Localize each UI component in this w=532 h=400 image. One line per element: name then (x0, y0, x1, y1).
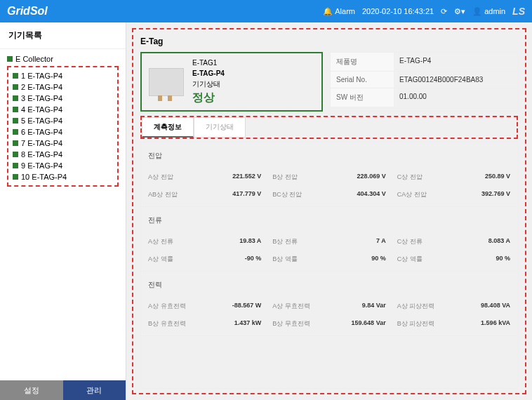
device-state: 정상 (192, 89, 225, 106)
data-cell: A상 역률-90 % (148, 252, 261, 267)
status-icon (13, 152, 18, 157)
meta-table: 제품명 E-TAG-P4 Serial No. ETAG00124B000F24… (330, 52, 518, 112)
alarm-label: Alarm (335, 7, 355, 15)
data-value: 250.89 V (485, 173, 510, 182)
tab-status[interactable]: 기기상태 (194, 117, 246, 138)
tree-item-label: 2 E-TAG-P4 (21, 83, 62, 91)
data-label: C상 전압 (397, 173, 423, 182)
data-cell: B상 역률90 % (272, 252, 385, 267)
data-value: 228.069 V (357, 173, 386, 182)
status-icon (13, 107, 18, 112)
data-value: 404.304 V (357, 190, 386, 199)
bell-icon: 🔔 (323, 7, 333, 16)
tree-item-label: 4 E-TAG-P4 (21, 105, 62, 114)
device-tag: E-TAG1 (192, 58, 225, 68)
meta-product: E-TAG-P4 (394, 53, 517, 71)
data-label: A상 피상전력 (397, 302, 435, 311)
gear-icon[interactable]: ⚙▾ (454, 7, 465, 16)
meta-sw-label: SW 버전 (331, 88, 394, 107)
header: GridSol 🔔 Alarm 2020-02-10 16:43:21 ⟳ ⚙▾… (0, 0, 532, 22)
tree-item[interactable]: 9 E-TAG-P4 (13, 160, 113, 171)
tree-item[interactable]: 5 E-TAG-P4 (13, 115, 113, 126)
data-value: 417.779 V (232, 190, 261, 199)
section-title: 전류 (148, 211, 510, 230)
tree-item-label: 5 E-TAG-P4 (21, 116, 62, 125)
tree-item[interactable]: 3 E-TAG-P4 (13, 93, 113, 104)
data-value: 159.648 Var (352, 319, 386, 328)
tree-item[interactable]: 1 E-TAG-P4 (13, 70, 113, 81)
sidebar-title: 기기목록 (0, 22, 126, 49)
tree-item[interactable]: 7 E-TAG-P4 (13, 138, 113, 149)
sidebar: 기기목록 E Collector 1 E-TAG-P42 E-TAG-P43 E… (0, 22, 126, 400)
data-cell: BC상 전압404.304 V (272, 187, 385, 202)
data-label: C상 전류 (397, 237, 423, 246)
data-label: C상 역률 (397, 255, 423, 264)
data-label: A상 전류 (148, 237, 173, 246)
data-label: B상 전압 (272, 173, 298, 182)
device-image (149, 68, 184, 96)
datetime: 2020-02-10 16:43:21 (362, 7, 434, 15)
tree-item-label: 6 E-TAG-P4 (21, 128, 62, 136)
data-value: 98.408 VA (481, 302, 510, 311)
tree-root[interactable]: E Collector (7, 55, 119, 63)
data-scroll[interactable]: 전압A상 전압221.552 VB상 전압228.069 VC상 전압250.8… (140, 142, 518, 389)
data-value: 7 A (376, 237, 386, 246)
status-icon (13, 73, 18, 79)
tree-item-label: 1 E-TAG-P4 (21, 72, 62, 80)
data-cell: B상 무효전력159.648 Var (272, 316, 385, 331)
status-icon (13, 163, 18, 168)
data-label: A상 전압 (148, 173, 173, 182)
tree-item[interactable]: 6 E-TAG-P4 (13, 126, 113, 138)
tab-settings[interactable]: 설정 (0, 380, 63, 400)
alarm-button[interactable]: 🔔 Alarm (323, 7, 355, 16)
data-section-voltage: 전압A상 전압221.552 VB상 전압228.069 VC상 전압250.8… (141, 142, 517, 207)
user-menu[interactable]: 👤 admin (472, 7, 505, 16)
data-value: -88.567 W (232, 302, 262, 311)
tree-item[interactable]: 8 E-TAG-P4 (13, 149, 113, 160)
section-title: 전력 (148, 276, 510, 295)
data-cell: B상 전류7 A (272, 234, 385, 249)
data-cell: CA상 전압392.769 V (397, 187, 510, 202)
device-model: E-TAG-P4 (192, 68, 225, 79)
tree-item-label: 8 E-TAG-P4 (21, 150, 62, 159)
data-value: 1.596 kVA (481, 319, 510, 328)
data-value: 392.769 V (481, 190, 510, 199)
data-value: 19.83 A (239, 237, 261, 246)
section-title: 전압 (148, 147, 510, 166)
data-cell: A상 피상전력98.408 VA (397, 299, 510, 314)
meta-product-label: 제품명 (331, 53, 394, 71)
data-label: CA상 전압 (397, 190, 427, 199)
tree-item-label: 3 E-TAG-P4 (21, 94, 62, 102)
data-cell: B상 피상전력1.596 kVA (397, 316, 510, 331)
data-value: 90 % (371, 255, 386, 264)
meta-serial-label: Serial No. (331, 72, 394, 88)
refresh-icon[interactable]: ⟳ (441, 7, 447, 16)
data-section-power: 전력A상 유효전력-88.567 WA상 무효전력9.84 VarA상 피상전력… (141, 272, 517, 336)
data-cell: B상 전압228.069 V (272, 170, 385, 185)
data-value: 90 % (496, 255, 510, 264)
tree-root-label: E Collector (15, 55, 53, 63)
tab-measure[interactable]: 계측정보 (142, 117, 194, 138)
data-cell: C상 전압250.89 V (397, 170, 510, 185)
tree-item[interactable]: 2 E-TAG-P4 (13, 81, 113, 93)
status-icon (13, 118, 18, 124)
tree-item-label: 7 E-TAG-P4 (21, 139, 62, 147)
tree-item[interactable]: 10 E-TAG-P4 (13, 171, 113, 182)
data-label: B상 무효전력 (272, 319, 310, 328)
data-value: 1.437 kW (234, 319, 262, 328)
status-icon (13, 95, 18, 101)
status-icon (13, 129, 18, 135)
status-icon (13, 84, 18, 90)
panel-title: E-Tag (140, 34, 518, 52)
data-section-current: 전류A상 전류19.83 AB상 전류7 AC상 전류8.083 AA상 역률-… (141, 207, 517, 272)
data-value: -90 % (245, 255, 262, 264)
brand-logo: LS (512, 6, 525, 17)
tree-item[interactable]: 4 E-TAG-P4 (13, 104, 113, 115)
data-label: A상 유효전력 (148, 302, 186, 311)
device-summary: E-TAG1 E-TAG-P4 기기상태 정상 (140, 52, 323, 112)
data-cell: C상 역률90 % (397, 252, 510, 267)
data-label: AB상 전압 (148, 190, 178, 199)
user-label: admin (484, 7, 505, 15)
data-label: A상 무효전력 (272, 302, 310, 311)
tab-manage[interactable]: 관리 (63, 380, 126, 400)
